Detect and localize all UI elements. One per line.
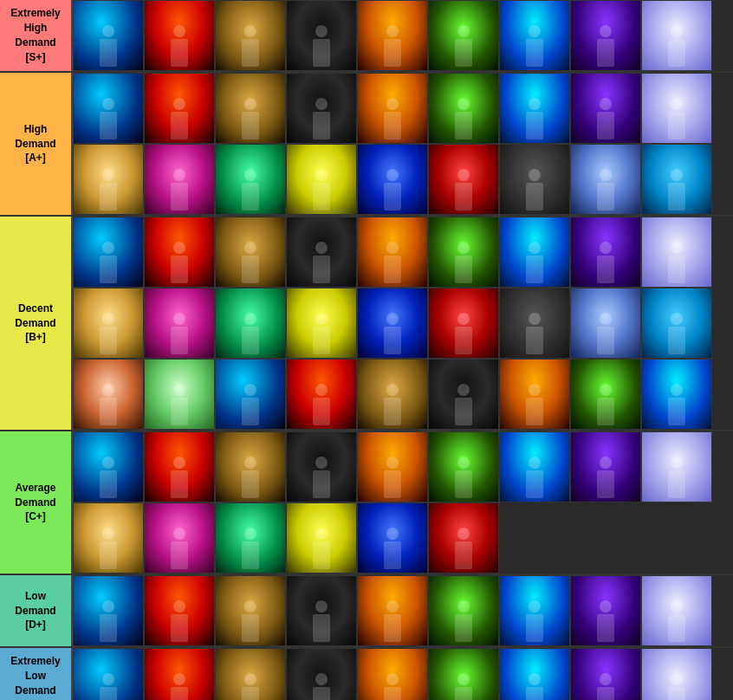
item-a12 <box>215 144 286 215</box>
item-f6 <box>428 648 499 700</box>
item-c15 <box>428 502 499 574</box>
item-f4 <box>286 648 357 700</box>
item-c2 <box>144 431 215 502</box>
item-b11 <box>144 288 215 359</box>
item-s7 <box>499 0 570 71</box>
item-b25 <box>499 359 570 430</box>
item-d8 <box>570 575 641 646</box>
item-c4 <box>286 431 357 502</box>
item-b22 <box>286 359 357 430</box>
item-s3 <box>215 0 286 71</box>
item-c13 <box>286 502 357 574</box>
item-a16 <box>499 144 570 215</box>
item-b21 <box>215 359 286 430</box>
item-d3 <box>215 575 286 646</box>
item-f9 <box>641 648 712 700</box>
tier-row-d-plus: Low Demand [D+] <box>0 575 733 648</box>
item-d4 <box>286 575 357 646</box>
item-s2 <box>144 0 215 71</box>
item-d2 <box>144 575 215 646</box>
item-f1 <box>73 648 144 700</box>
item-a7 <box>499 73 570 144</box>
item-b19 <box>73 359 144 430</box>
item-d5 <box>357 575 428 646</box>
item-b3 <box>215 217 286 288</box>
tier-label-b-plus: Decent Demand [B+] <box>0 217 71 430</box>
item-c12 <box>215 502 286 574</box>
item-f5 <box>357 648 428 700</box>
item-c10 <box>73 502 144 574</box>
item-s6 <box>428 0 499 71</box>
item-a18 <box>641 144 712 215</box>
item-b10 <box>73 288 144 359</box>
item-b7 <box>499 217 570 288</box>
tier-content-b-plus <box>71 217 733 430</box>
item-c8 <box>570 431 641 502</box>
item-a11 <box>144 144 215 215</box>
item-b16 <box>499 288 570 359</box>
tier-label-d-plus: Low Demand [D+] <box>0 575 71 646</box>
item-s1 <box>73 0 144 71</box>
item-c14 <box>357 502 428 574</box>
tier-content-c-plus <box>71 431 733 574</box>
item-f2 <box>144 648 215 700</box>
item-d6 <box>428 575 499 646</box>
item-b24 <box>428 359 499 430</box>
item-c5 <box>357 431 428 502</box>
item-c11 <box>144 502 215 574</box>
tier-row-a-plus: High Demand [A+] <box>0 73 733 217</box>
item-f3 <box>215 648 286 700</box>
item-c3 <box>215 431 286 502</box>
item-a17 <box>570 144 641 215</box>
tier-label-f-plus: Extremely Low Demand [F+] <box>0 648 71 700</box>
item-b4 <box>286 217 357 288</box>
item-b26 <box>570 359 641 430</box>
tier-content-a-plus <box>71 73 733 215</box>
item-b8 <box>570 217 641 288</box>
item-b6 <box>428 217 499 288</box>
tier-list: Extremely High Demand [S+]High Demand [A… <box>0 0 733 700</box>
item-a8 <box>570 73 641 144</box>
item-s9 <box>641 0 712 71</box>
item-b14 <box>357 288 428 359</box>
item-b2 <box>144 217 215 288</box>
item-s4 <box>286 0 357 71</box>
item-a2 <box>144 73 215 144</box>
item-a1 <box>73 73 144 144</box>
item-d1 <box>73 575 144 646</box>
tier-content-s-plus <box>71 0 733 71</box>
item-b13 <box>286 288 357 359</box>
item-b23 <box>357 359 428 430</box>
item-a6 <box>428 73 499 144</box>
item-c9 <box>641 431 712 502</box>
item-c7 <box>499 431 570 502</box>
tier-label-c-plus: Average Demand [C+] <box>0 431 71 574</box>
tier-row-c-plus: Average Demand [C+] <box>0 431 733 575</box>
item-a3 <box>215 73 286 144</box>
tier-label-s-plus: Extremely High Demand [S+] <box>0 0 71 71</box>
item-a5 <box>357 73 428 144</box>
item-c6 <box>428 431 499 502</box>
item-a4 <box>286 73 357 144</box>
item-a15 <box>428 144 499 215</box>
item-a14 <box>357 144 428 215</box>
item-a13 <box>286 144 357 215</box>
tier-label-a-plus: High Demand [A+] <box>0 73 71 215</box>
item-s5 <box>357 0 428 71</box>
item-d9 <box>641 575 712 646</box>
item-b27 <box>641 359 712 430</box>
item-b17 <box>570 288 641 359</box>
item-b12 <box>215 288 286 359</box>
item-f7 <box>499 648 570 700</box>
item-d7 <box>499 575 570 646</box>
tier-row-s-plus: Extremely High Demand [S+] <box>0 0 733 73</box>
item-f8 <box>570 648 641 700</box>
tier-row-b-plus: Decent Demand [B+] <box>0 217 733 431</box>
item-c1 <box>73 431 144 502</box>
item-b15 <box>428 288 499 359</box>
tier-content-d-plus <box>71 575 733 646</box>
tier-content-f-plus <box>71 648 733 700</box>
item-b1 <box>73 217 144 288</box>
item-a10 <box>73 144 144 215</box>
item-a9 <box>641 73 712 144</box>
